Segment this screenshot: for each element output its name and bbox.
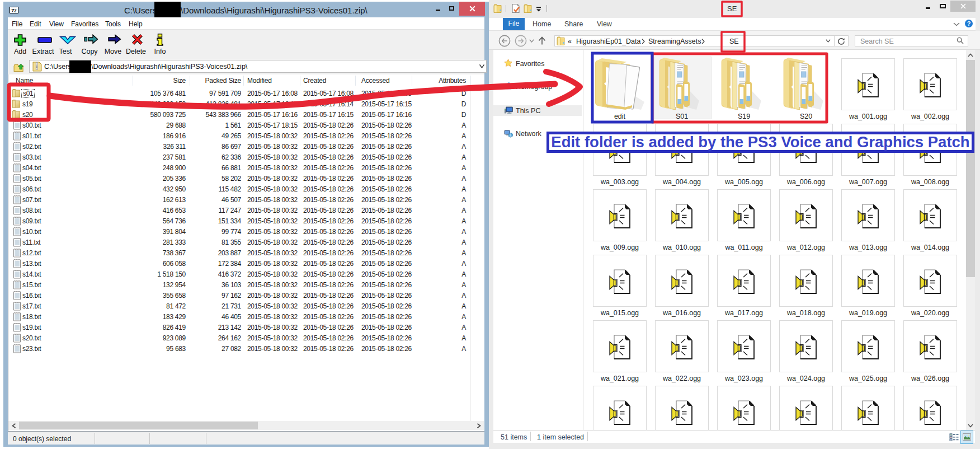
svg-text:7z: 7z — [11, 8, 17, 13]
